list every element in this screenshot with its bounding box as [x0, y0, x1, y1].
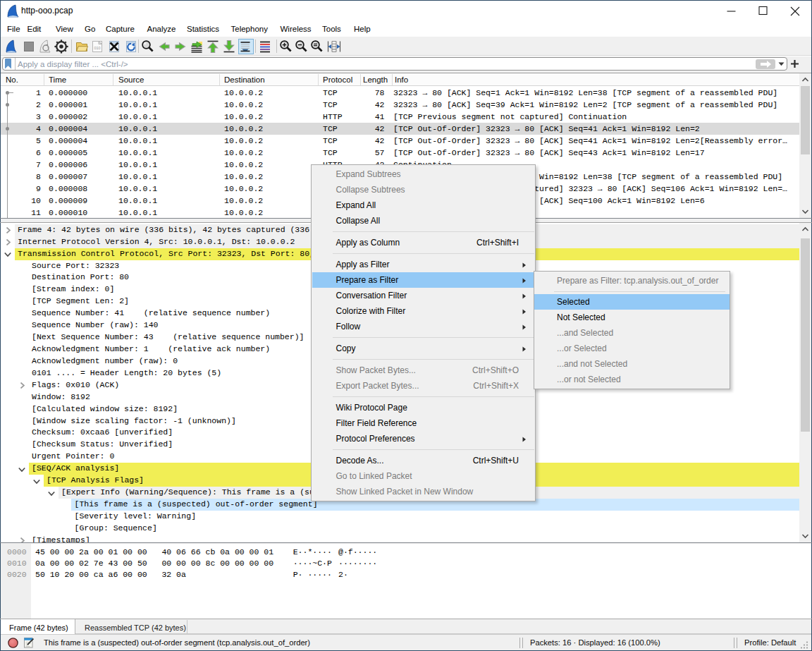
svg-text:010: 010 [94, 46, 101, 50]
